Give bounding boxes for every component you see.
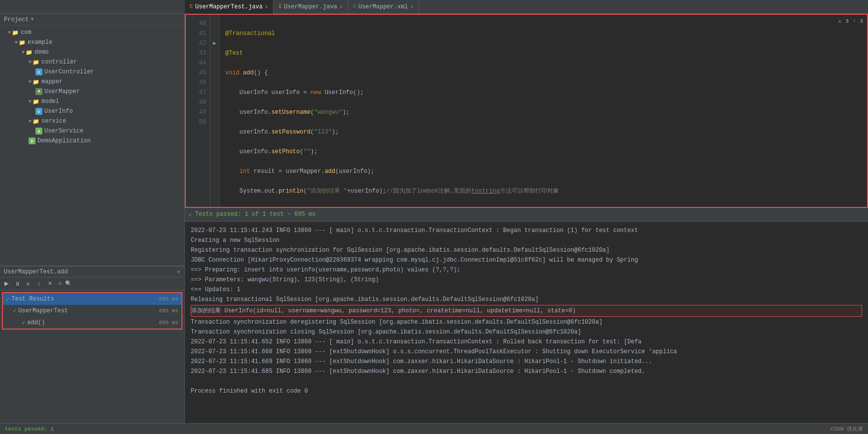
run-button[interactable]: ▶ (2, 279, 11, 288)
tree-item-usermapper[interactable]: M UserMapper (0, 87, 184, 97)
tree-item-mapper[interactable]: ▼ 📁 mapper (0, 77, 184, 87)
warning-count: 3 (845, 18, 849, 24)
tree-label-userinfo: UserInfo (44, 108, 73, 115)
search-button[interactable]: 🔍 (64, 279, 73, 288)
sidebar: Project ▼ ▼ 📁 com ▼ 📁 example ▼ 📁 demo (0, 14, 185, 423)
console-line-15 (191, 376, 862, 386)
tab-usermapper[interactable]: I UserMapper.java ✕ (274, 0, 348, 14)
code-editor: 40 41 42 43 44 45 46 47 48 49 50 (185, 14, 868, 208)
status-pass-text: tests passed: 1 (5, 426, 54, 432)
sort-button[interactable]: ↕ (35, 279, 43, 288)
tree-item-controller[interactable]: ▼ 📁 controller (0, 57, 184, 67)
tree-item-example[interactable]: ▼ 📁 example (0, 37, 184, 47)
console-line-1: Creating a new SqlSession (191, 235, 862, 245)
chevron-icon7: ▼ (29, 119, 32, 124)
folder-icon2: 📁 (19, 39, 26, 46)
line-numbers: 40 41 42 43 44 45 46 47 48 49 50 (186, 15, 210, 207)
test-result-method-time: 695 ms (159, 320, 178, 326)
folder-icon7: 📁 (33, 118, 39, 125)
pass-checkmark-icon: ✓ (189, 211, 192, 218)
tab-close-usermapper[interactable]: ✕ (340, 4, 343, 10)
mapper-icon: M (35, 88, 42, 95)
code-content: 40 41 42 43 44 45 46 47 48 49 50 (186, 15, 867, 207)
test-results-container: ✓ Test Results 695 ms ✓ UserMapperTest 6… (2, 292, 182, 330)
console-line-12: 2022-07-23 11:15:41.668 INFO 13860 --- [… (191, 347, 862, 357)
pass-icon-class: ✓ (13, 307, 16, 315)
status-right: CSDN 优化者 (831, 425, 863, 433)
console-line-4: ==> Preparing: insert into userinfo(user… (191, 265, 862, 275)
tab-label3: UserMapper.xml (358, 3, 408, 10)
folder-icon4: 📁 (33, 59, 39, 66)
tree-label-controller: controller (41, 59, 77, 66)
test-result-class-label: UserMapperTest (18, 307, 68, 314)
file-tree: ▼ 📁 com ▼ 📁 example ▼ 📁 demo ▼ 📁 control… (0, 26, 184, 266)
console-line-3: JDBC Connection [HikariProxyConnection@2… (191, 255, 862, 265)
console-header: ✓ Tests passed: 1 of 1 test – 695 ms (185, 208, 868, 222)
console-line-10: Transaction synchronization closing SqlS… (191, 327, 862, 337)
chevron-icon5: ▼ (29, 79, 32, 85)
java-controller-icon: C (35, 68, 42, 75)
tree-label-usercontroller: UserController (44, 68, 94, 75)
tab-close-usermapperxml[interactable]: ✕ (411, 4, 414, 10)
folder-icon: 📁 (12, 30, 19, 36)
main-layout: Project ▼ ▼ 📁 com ▼ 📁 example ▼ 📁 demo (0, 14, 868, 423)
project-title: Project (4, 16, 29, 23)
test-panel-title-text: UserMapperTest.add (4, 268, 68, 275)
test-result-method[interactable]: ✓ add() 695 ms (3, 317, 181, 329)
pass-icon-root: ✓ (6, 296, 9, 303)
tab-usermappertest[interactable]: C UserMapperTest.java ✕ (185, 0, 274, 14)
bottom-test-panel: UserMapperTest.add ✕ ▶ ⏸ ≡ ↕ ✕ » 🔍 ✓ Tes… (0, 266, 184, 423)
tree-item-service[interactable]: ▼ 📁 service (0, 116, 184, 126)
code-border: 40 41 42 43 44 45 46 47 48 49 50 (185, 14, 868, 208)
tree-item-com[interactable]: ▼ 📁 com (0, 28, 184, 37)
code-lines[interactable]: @Transactional @Test void add() { UserIn… (219, 15, 867, 207)
project-dropdown-icon[interactable]: ▼ (31, 17, 34, 22)
tree-item-usercontroller[interactable]: C UserController (0, 67, 184, 77)
tab-close-usermappertest[interactable]: ✕ (265, 4, 268, 10)
console-output[interactable]: 2022-07-23 11:15:41.243 INFO 13860 --- [… (185, 222, 868, 424)
java-icon: C (190, 4, 193, 9)
folder-icon3: 📁 (26, 49, 33, 56)
java-icon2: I (278, 4, 281, 9)
chevron-icon: ▼ (8, 30, 11, 35)
test-result-method-label: add() (27, 319, 45, 326)
tree-label-mapper: mapper (41, 78, 63, 85)
test-panel-close[interactable]: ✕ (177, 268, 180, 275)
status-bar: tests passed: 1 CSDN 优化者 (0, 423, 868, 434)
editor-area: 40 41 42 43 44 45 46 47 48 49 50 (185, 14, 868, 423)
chevron-icon6: ▼ (29, 99, 32, 104)
tree-item-demo[interactable]: ▼ 📁 demo (0, 47, 184, 57)
tree-item-model[interactable]: ▼ 📁 model (0, 97, 184, 106)
tab-bar: C UserMapperTest.java ✕ I UserMapper.jav… (0, 0, 868, 14)
pause-button[interactable]: ⏸ (13, 279, 22, 288)
tree-label-demoapplication: DemoApplication (37, 137, 91, 144)
console-line-5: ==> Parameters: wangwu(String), 123(Stri… (191, 275, 862, 285)
chevron-icon4: ▼ (29, 60, 32, 65)
console-line-highlighted: 添加的结果 UserInfo(id=null, username=wangwu,… (191, 305, 862, 317)
xml-icon: X (353, 4, 356, 9)
console-line-7: Releasing transactional SqlSession [org.… (191, 295, 862, 304)
nav-forward-icon: » (58, 280, 62, 287)
test-panel-title: UserMapperTest.add ✕ (0, 267, 184, 277)
test-result-root[interactable]: ✓ Test Results 695 ms (3, 293, 181, 305)
console-line-2: Registering transaction synchronization … (191, 245, 862, 255)
test-result-class-time: 695 ms (159, 308, 178, 314)
run-gutter-icon[interactable]: ▶ (211, 38, 218, 48)
console-line-0: 2022-07-23 11:15:41.243 INFO 13860 --- [… (191, 226, 862, 235)
warning-icon: ⚠ (838, 18, 842, 24)
status-csdn-text: CSDN 优化者 (831, 425, 863, 433)
close-button[interactable]: ✕ (45, 279, 54, 288)
tab-usermapperxml[interactable]: X UserMapper.xml ✕ (348, 0, 419, 14)
chevron-icon3: ▼ (22, 50, 25, 55)
console-line-13: 2022-07-23 11:15:41.669 INFO 13860 --- [… (191, 357, 862, 367)
tree-label-usermapper: UserMapper (44, 88, 80, 95)
list-button[interactable]: ≡ (24, 279, 33, 288)
console-line-11: 2022-07-23 11:15:41.652 INFO 13860 --- [… (191, 337, 862, 347)
console-status: Tests passed: 1 of 1 test – 695 ms (195, 211, 316, 218)
tree-item-userservice[interactable]: S UserService (0, 126, 184, 136)
tree-item-demoapplication[interactable]: D DemoApplication (0, 136, 184, 146)
console-line-16: Process finished with exit code 0 (191, 386, 862, 396)
test-result-class[interactable]: ✓ UserMapperTest 695 ms (3, 305, 181, 317)
project-header: Project ▼ (0, 14, 184, 26)
tree-item-userinfo[interactable]: C UserInfo (0, 106, 184, 116)
